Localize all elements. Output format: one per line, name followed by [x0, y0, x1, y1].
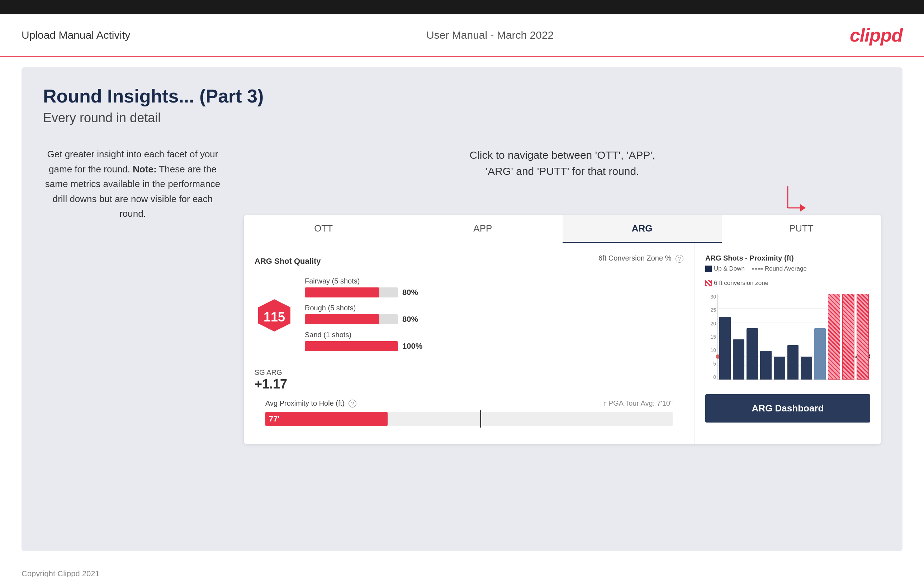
- legend-6ft-label: 6 ft conversion zone: [714, 280, 768, 287]
- legend-6ft-zone: 6 ft conversion zone: [705, 280, 768, 287]
- hex-value: 115: [263, 309, 285, 325]
- arrow-annotation: [244, 186, 881, 219]
- legend-round-avg: Round Average: [752, 265, 807, 272]
- conversion-label: 6ft Conversion Zone % ?: [598, 254, 683, 263]
- bar-row-fairway: Fairway (5 shots) 80%: [305, 277, 683, 297]
- y-label-0: 0: [705, 374, 716, 380]
- proximity-bar-track: 77': [265, 412, 673, 426]
- widget-card: OTT APP ARG PUTT ARG Shot Quality 6ft Co…: [244, 215, 881, 444]
- chart-bar-3: [746, 328, 758, 380]
- bars-container: [719, 294, 869, 380]
- app-logo: clippd: [850, 24, 903, 46]
- sg-section: SG ARG +1.17: [255, 368, 683, 392]
- header: Upload Manual Activity User Manual - Mar…: [0, 15, 924, 56]
- bar-pct-fairway: 80%: [402, 288, 418, 297]
- tab-app[interactable]: APP: [403, 215, 562, 243]
- bar-pct-sand: 100%: [402, 342, 422, 351]
- chart-legend: Up & Down Round Average 6 ft conversion …: [705, 265, 870, 287]
- top-bar: [0, 0, 924, 15]
- bars-section: Fairway (5 shots) 80% Rou: [305, 277, 683, 358]
- bar-pct-rough: 80%: [402, 315, 418, 324]
- legend-hatched-icon: [705, 280, 712, 286]
- legend-dashed-icon: [752, 268, 762, 269]
- tab-putt[interactable]: PUTT: [722, 215, 881, 243]
- proximity-section: Avg Proximity to Hole (ft) ? ↑ PGA Tour …: [255, 392, 683, 434]
- chart-bar-7: [801, 356, 812, 380]
- main-content: Round Insights... (Part 3) Every round i…: [21, 68, 903, 551]
- footer: Copyright Clippd 2021: [0, 562, 924, 577]
- bar-track-sand: [305, 341, 398, 351]
- legend-up-down-label: Up & Down: [714, 265, 745, 272]
- proximity-cursor: [480, 410, 481, 427]
- chart-bar-2: [733, 339, 745, 380]
- svg-marker-2: [800, 204, 806, 211]
- page-title: Round Insights... (Part 3): [43, 85, 881, 107]
- chart-title: ARG Shots - Proximity (ft): [705, 254, 870, 262]
- chart-bar-1: [719, 317, 731, 380]
- chart-bar-5: [774, 356, 785, 380]
- bar-label-sand: Sand (1 shots): [305, 331, 683, 339]
- proximity-header: Avg Proximity to Hole (ft) ? ↑ PGA Tour …: [265, 399, 673, 408]
- proximity-bar-fill: 77': [265, 412, 388, 426]
- tabs: OTT APP ARG PUTT: [244, 215, 881, 243]
- bar-track-fairway: [305, 287, 398, 297]
- legend-round-avg-label: Round Average: [765, 265, 807, 272]
- copyright-text: Copyright Clippd 2021: [21, 569, 100, 577]
- content-layout: Get greater insight into each facet of y…: [43, 147, 881, 444]
- page-subtitle: Every round in detail: [43, 110, 881, 126]
- widget-right-section: ARG Shots - Proximity (ft) Up & Down Rou…: [695, 243, 881, 444]
- chart-area: ◀ 8: [717, 294, 870, 380]
- y-label-30: 30: [705, 294, 716, 300]
- bar-fill-fairway: [305, 287, 380, 297]
- description-text: Get greater insight into each facet of y…: [43, 147, 222, 221]
- chart-header: ARG Shots - Proximity (ft) Up & Down Rou…: [705, 254, 870, 287]
- tab-ott[interactable]: OTT: [244, 215, 403, 243]
- y-label-15: 15: [705, 334, 716, 340]
- help-icon[interactable]: ?: [675, 255, 683, 263]
- note-label: Note:: [132, 164, 156, 174]
- proximity-title: Avg Proximity to Hole (ft) ?: [265, 399, 356, 408]
- chart-bar-6: [787, 345, 799, 380]
- callout-text: Click to navigate between 'OTT', 'APP','…: [455, 147, 670, 179]
- hex-badge-container: 115 Fairway (5 shots): [255, 277, 683, 358]
- chart-bar-8: [814, 328, 826, 380]
- quality-label: ARG Shot Quality: [255, 256, 321, 266]
- bar-fill-rough: [305, 314, 380, 324]
- legend-up-down: Up & Down: [705, 265, 745, 272]
- y-label-5: 5: [705, 361, 716, 367]
- y-label-20: 20: [705, 321, 716, 327]
- bar-fill-sand: [305, 341, 398, 351]
- widget-left-section: ARG Shot Quality 6ft Conversion Zone % ?: [244, 243, 695, 444]
- sg-value: +1.17: [255, 377, 683, 392]
- widget-body: ARG Shot Quality 6ft Conversion Zone % ?: [244, 243, 881, 444]
- chart-bar-4: [760, 351, 772, 380]
- bar-label-fairway: Fairway (5 shots): [305, 277, 683, 285]
- bar-chart: 0 5 10 15 20 25 30: [705, 294, 870, 387]
- arg-dashboard-button[interactable]: ARG Dashboard: [705, 394, 870, 422]
- bar-row-sand: Sand (1 shots) 100%: [305, 331, 683, 351]
- y-label-10: 10: [705, 347, 716, 353]
- sg-label: SG ARG: [255, 368, 683, 377]
- y-axis: 0 5 10 15 20 25 30: [705, 294, 716, 380]
- hex-badge: 115: [255, 297, 294, 337]
- y-label-25: 25: [705, 307, 716, 313]
- bar-row-rough: Rough (5 shots) 80%: [305, 304, 683, 324]
- tab-arg[interactable]: ARG: [562, 215, 722, 243]
- page-breadcrumb: User Manual - March 2022: [426, 29, 554, 41]
- callout-area: Click to navigate between 'OTT', 'APP','…: [244, 147, 881, 444]
- proximity-help-icon[interactable]: ?: [349, 400, 356, 408]
- chart-bar-10: [842, 294, 855, 380]
- bar-label-rough: Rough (5 shots): [305, 304, 683, 312]
- chart-bar-11: [856, 294, 869, 380]
- bar-track-rough: [305, 314, 398, 324]
- proximity-avg: ↑ PGA Tour Avg: 7'10": [603, 399, 673, 408]
- proximity-value: 77': [269, 414, 279, 424]
- chart-bar-9: [828, 294, 840, 380]
- upload-activity-link[interactable]: Upload Manual Activity: [21, 29, 131, 41]
- legend-sq-icon: [705, 266, 712, 272]
- left-description-panel: Get greater insight into each facet of y…: [43, 147, 222, 221]
